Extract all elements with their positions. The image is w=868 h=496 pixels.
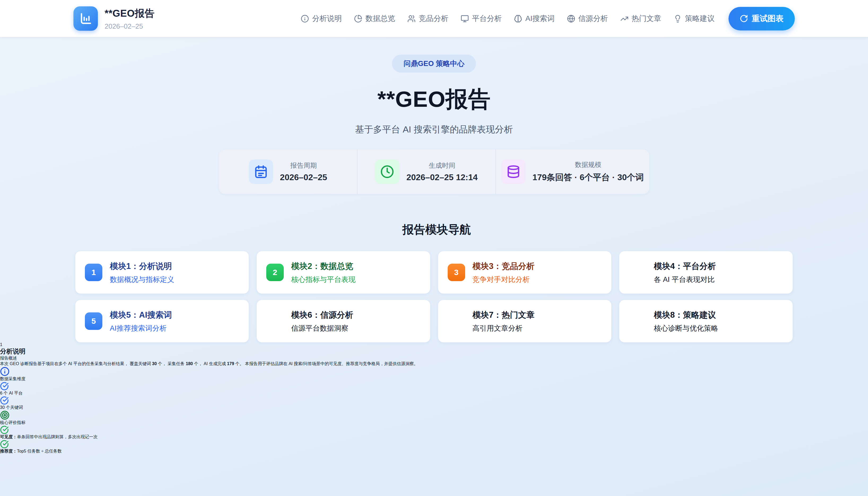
module-title: 模块8：策略建议 [654,309,718,321]
database-icon [501,159,526,184]
module-card-2[interactable]: 2 模块2：数据总览 核心指标与平台表现 [257,251,430,294]
module-number-badge: 6 [266,312,284,330]
section-number-badge: 1 [0,342,868,347]
nav-label: 信源分析 [579,14,608,24]
overview-paragraph: 本次 GEO 诊断报告基于项目在多个 AI 平台的任务采集与分析结果， 覆盖关键… [0,361,868,367]
module-number-badge: 2 [266,264,284,281]
module-nav-title: 报告模块导航 [403,222,471,237]
report-stats-bar: 报告周期 2026–02–25 生成时间 2026–02–25 12:14 数据… [219,150,649,194]
check-circle-icon [0,425,868,434]
nav-label: 竞品分析 [419,14,448,24]
module-number-badge: 4 [629,264,646,281]
overview-title: 报告概述 [0,356,17,360]
module-number-badge: 3 [448,264,465,281]
module-desc: 核心指标与平台表现 [291,275,356,284]
retry-chart-button[interactable]: 重试图表 [729,7,795,30]
panel-item: 推荐度：Top5 任务数 ÷ 总任务数 [0,440,868,454]
panel-title: 核心评价指标 [0,420,26,425]
monitor-icon [461,15,469,23]
nav-link-sources[interactable]: 信源分析 [567,14,608,24]
trending-up-icon [620,15,629,23]
module-number-badge: 5 [85,312,102,330]
module-number-badge: 1 [85,264,102,281]
module-card-8[interactable]: 8 模块8：策略建议 核心诊断与优化策略 [619,300,793,342]
info-icon [0,367,868,376]
check-circle-icon [0,440,868,449]
stat-data-scale: 数据规模 179条回答 · 6个平台 · 30个词 [495,150,649,194]
module-title: 模块7：热门文章 [473,309,535,321]
stat-value: 2026–02–25 [280,172,327,182]
module-card-5[interactable]: 5 模块5：AI搜索词 AI推荐搜索词分析 [75,300,249,342]
nav-label: 策略建议 [685,14,715,24]
lightbulb-icon [674,15,682,23]
module-desc: AI推荐搜索词分析 [110,324,172,333]
clock-icon [375,159,399,184]
calendar-icon [249,159,273,184]
retry-button-label: 重试图表 [752,13,784,24]
module-card-3[interactable]: 3 模块3：竞品分析 竞争对手对比分析 [438,251,612,294]
module-desc: 核心诊断与优化策略 [654,324,718,333]
module-desc: 高引用文章分析 [473,324,535,333]
nav-link-platforms[interactable]: 平台分析 [461,14,502,24]
nav-link-strategy[interactable]: 策略建议 [674,14,715,24]
module-nav-grid: 1 模块1：分析说明 数据概况与指标定义 2 模块2：数据总览 核心指标与平台表… [75,251,793,342]
overview-heading: 报告概述 [0,356,868,361]
nav-label: 数据总览 [365,14,395,24]
section-analysis-notes: 1 分析说明 报告概述 本次 GEO 诊断报告基于项目在多个 AI 平台的任务采… [0,342,868,454]
panel-item: 30 个关键词 [0,396,868,410]
nav-link-analysis[interactable]: 分析说明 [301,14,342,24]
panel-item: 6 个 AI 平台 [0,382,868,396]
module-title: 模块2：数据总览 [291,261,356,272]
stat-value: 179条回答 · 6个平台 · 30个词 [533,172,644,183]
panel-item: 可见度：单条回答中出现品牌则算，多次出现记一次 [0,425,868,440]
target-icon [0,410,868,420]
module-nav-heading: 报告模块导航 [0,222,868,237]
app-title: **GEO报告 [105,7,155,20]
module-card-4[interactable]: 4 模块4：平台分析 各 AI 平台表现对比 [619,251,793,294]
stat-generated-time: 生成时间 2026–02–25 12:14 [357,150,495,194]
section-title: 分析说明 [0,347,868,356]
stat-label: 报告周期 [280,161,327,170]
module-desc: 信源平台数据洞察 [291,324,353,333]
module-title: 模块6：信源分析 [291,309,353,321]
header-date: 2026–02–25 [105,22,155,30]
nav-label: 热门文章 [632,14,661,24]
module-desc: 各 AI 平台表现对比 [654,275,716,284]
globe-icon [567,15,575,23]
module-title: 模块5：AI搜索词 [110,309,172,321]
refresh-icon [740,14,748,23]
module-card-6[interactable]: 6 模块6：信源分析 信源平台数据洞察 [257,300,430,342]
check-circle-icon [0,382,868,390]
stat-label: 数据规模 [533,160,644,169]
stat-label: 生成时间 [406,161,478,170]
nav-label: 平台分析 [472,14,502,24]
nav-link-competitors[interactable]: 竞品分析 [407,14,448,24]
main-nav: 分析说明 数据总览 竞品分析 平台分析 [301,14,715,24]
nav-label: AI搜索词 [525,14,555,24]
hero-section: 问鼎GEO 策略中心 **GEO报告 基于多平台 AI 搜索引擎的品牌表现分析 … [0,37,868,194]
module-desc: 竞争对手对比分析 [473,275,535,284]
module-card-1[interactable]: 1 模块1：分析说明 数据概况与指标定义 [75,251,249,294]
nav-link-hot-articles[interactable]: 热门文章 [620,14,661,24]
info-icon [301,15,309,23]
module-number-badge: 8 [629,312,646,330]
module-title: 模块4：平台分析 [654,261,716,272]
stat-value: 2026–02–25 12:14 [406,172,478,182]
pie-chart-icon [354,15,362,23]
module-desc: 数据概况与指标定义 [110,275,174,284]
module-number-badge: 7 [448,312,465,330]
brain-icon [514,15,522,23]
users-icon [407,15,416,23]
nav-link-ai-keywords[interactable]: AI搜索词 [514,14,555,24]
nav-label: 分析说明 [312,14,342,24]
hero-badge: 问鼎GEO 策略中心 [392,55,476,73]
stat-report-period: 报告周期 2026–02–25 [219,150,357,194]
page-subtitle: 基于多平台 AI 搜索引擎的品牌表现分析 [0,123,868,136]
nav-link-data-overview[interactable]: 数据总览 [354,14,395,24]
check-circle-icon [0,396,868,405]
panel-data-dimensions: 数据采集维度 6 个 AI 平台 30 个关键词 [0,367,868,410]
panel-core-metrics: 核心评价指标 可见度：单条回答中出现品牌则算，多次出现记一次 推荐度：Top5 … [0,410,868,454]
module-card-7[interactable]: 7 模块7：热门文章 高引用文章分析 [438,300,612,342]
brand: **GEO报告 2026–02–25 [73,6,155,31]
panel-title: 数据采集维度 [0,376,26,381]
